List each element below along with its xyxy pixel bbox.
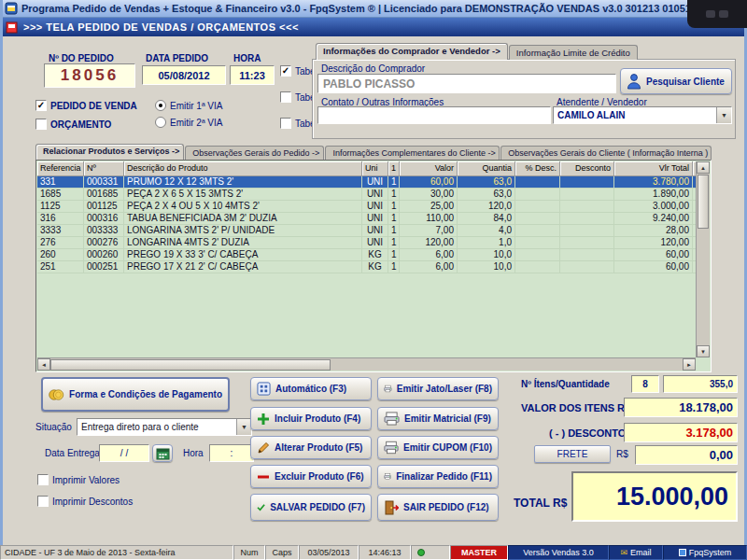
finalizar-pedido-button[interactable]: Finalizar Pedido (F11)	[377, 465, 499, 488]
tab-observacoes-pedido[interactable]: Observações Gerais do Pedido ->	[185, 146, 324, 160]
excluir-produto-button[interactable]: Excluir Produto (F6)	[250, 465, 372, 488]
tab-relacionar-produtos[interactable]: Relacionar Produtos e Serviços ->	[35, 144, 184, 160]
salvar-pedido-button[interactable]: SALVAR PEDIDO (F7)	[250, 494, 372, 521]
button-label: Emitir Jato/Laser (F8)	[397, 384, 492, 394]
table-cell: 1,0	[458, 237, 515, 248]
table-cell: 1	[388, 237, 400, 248]
grid-header-cell: Desconto	[560, 161, 614, 176]
button-label: Automático (F3)	[275, 384, 346, 394]
overlay-widget[interactable]	[687, 0, 747, 28]
imprimir-descontos-checkbox[interactable]: Imprimir Descontos	[37, 496, 133, 507]
scroll-right-icon[interactable]: ►	[683, 358, 696, 371]
scroll-left-icon[interactable]: ◄	[37, 358, 50, 371]
automatico-button[interactable]: Automático (F3)	[250, 377, 372, 400]
pedido-venda-checkbox[interactable]: ✓ PEDIDO DE VENDA	[35, 100, 137, 111]
data-entrega-field[interactable]: / /	[99, 444, 149, 462]
table-row[interactable]: 276000276LONGARINA 4MTS 2' DUZIAUNI1120,…	[37, 237, 696, 249]
frete-field[interactable]: 0,00	[635, 445, 738, 465]
table-cell: 6,00	[400, 261, 458, 273]
tab-comprador-vendedor[interactable]: Informações do Comprador e Vendedor ->	[316, 43, 508, 60]
quantidade-field: 355,0	[663, 375, 738, 393]
pesquisar-cliente-button[interactable]: Pesquisar Cliente	[620, 68, 732, 94]
table-row[interactable]: 316000316TABUA BENEFICIADA 3M 2' DUZIAUN…	[37, 213, 696, 225]
grid-header-cell: Uni	[362, 161, 388, 176]
frete-button[interactable]: FRETE	[534, 445, 611, 463]
order-date-value: 05/08/2012	[158, 70, 209, 81]
scroll-up-icon[interactable]: ▲	[697, 161, 710, 174]
tab-limite-credito[interactable]: Informação Limite de Crédito	[509, 45, 638, 60]
table-cell	[515, 225, 560, 236]
table-cell	[515, 201, 560, 212]
button-label: FRETE	[557, 449, 588, 459]
products-grid: ReferenciaNºDescrição do ProdutoUni1Valo…	[35, 160, 712, 372]
status-email[interactable]: ✉Email	[609, 545, 663, 560]
table-cell: 260	[37, 249, 84, 260]
vertical-scrollbar[interactable]: ▲ ▼	[696, 161, 710, 357]
situacao-dropdown[interactable]: Entrega direto para o cliente ▼	[77, 418, 252, 436]
table-cell: 4,0	[458, 225, 515, 236]
grid-header-cell: Descrição do Produto	[124, 161, 362, 176]
table-cell: 28,00	[614, 225, 693, 236]
printer-icon	[384, 441, 399, 455]
table-cell: 3.780,00	[614, 176, 693, 188]
descricao-comprador-field[interactable]: PABLO PICASSO	[317, 74, 616, 93]
table-row[interactable]: 1685001685PEÇA 2 X 6 5 X 15 3MTS 2'UNI13…	[37, 189, 696, 201]
quantidade-value: 355,0	[710, 379, 733, 389]
table-cell: 10,0	[458, 249, 515, 260]
vertical-scroll-thumb[interactable]	[698, 175, 709, 229]
sair-pedido-button[interactable]: SAIR PEDIDO (F12)	[377, 494, 499, 521]
table-row[interactable]: 1125001125PEÇA 2 X 4 OU 5 X 10 4MTS 2'UN…	[37, 201, 696, 213]
chevron-down-icon[interactable]: ▼	[716, 107, 731, 123]
forma-pagamento-button[interactable]: Forma e Condições de Pagamento	[41, 377, 230, 412]
grid-body: 331000331PRUMO 12 X 12 3MTS 2'UNI160,006…	[37, 176, 696, 357]
table-cell: 63,0	[458, 189, 515, 200]
table-row[interactable]: 3333003333LONGARINA 3MTS 2' P/ UNIDADEUN…	[37, 225, 696, 237]
calendar-button[interactable]	[152, 444, 173, 462]
total-field: 15.000,00	[571, 471, 738, 522]
orcamento-checkbox[interactable]: ORÇAMENTO	[35, 119, 111, 130]
button-label: SALVAR PEDIDO (F7)	[270, 502, 365, 512]
status-time: 14:46:13	[359, 545, 411, 560]
table-cell	[560, 189, 614, 200]
grid-header-cell: Nº	[84, 161, 124, 176]
email-icon: ✉	[620, 548, 627, 557]
table-row[interactable]: 260000260PREGO 19 X 33 3' C/ CABEÇAKG16,…	[37, 249, 696, 261]
emitir-cupom-button[interactable]: Emitir CUPOM (F10)	[377, 436, 499, 459]
data-entrega-value: / /	[120, 448, 128, 458]
window-titlebar: Programa Pedido de Vendas + Estoque & Fi…	[0, 0, 747, 18]
hora-entrega-field[interactable]: :	[209, 444, 254, 462]
scroll-down-icon[interactable]: ▼	[697, 345, 710, 357]
tab-informacoes-complementares[interactable]: Informações Complementares do Cliente ->	[325, 146, 500, 160]
horizontal-scroll-thumb[interactable]	[50, 359, 331, 371]
table-cell: 000331	[84, 176, 124, 188]
table-cell: 1	[388, 249, 400, 260]
table-row[interactable]: 331000331PRUMO 12 X 12 3MTS 2'UNI160,006…	[37, 176, 696, 189]
radio-circle	[155, 100, 166, 111]
emitir-jato-laser-button[interactable]: Emitir Jato/Laser (F8)	[377, 377, 499, 400]
imprimir-valores-checkbox[interactable]: Imprimir Valores	[37, 474, 120, 485]
horizontal-scrollbar[interactable]: ◄ ►	[37, 357, 696, 371]
descricao-comprador-value: PABLO PICASSO	[318, 77, 419, 91]
grid-header-row: ReferenciaNºDescrição do ProdutoUni1Valo…	[37, 161, 696, 176]
status-num-lock: Num	[233, 545, 265, 560]
overlay-button[interactable]	[706, 10, 715, 18]
emitir-matricial-button[interactable]: Emitir Matricial (F9)	[377, 407, 499, 430]
alterar-produto-button[interactable]: Alterar Produto (F5)	[250, 436, 372, 459]
desconto-value: 3.178,00	[685, 426, 733, 440]
emitir-2via-radio[interactable]: Emitir 2ª VIA	[155, 117, 223, 128]
table-cell: 10,0	[458, 261, 515, 273]
tab-observacoes-cliente[interactable]: Observações Gerais do Cliente ( Informaç…	[500, 146, 712, 160]
table-cell	[560, 176, 614, 188]
calendar-icon	[156, 447, 170, 460]
status-brand[interactable]: FpqSystem	[663, 545, 747, 560]
table-cell: 1	[388, 201, 400, 212]
table-row[interactable]: 251000251PREGO 17 X 21 2' C/ CABEÇAKG16,…	[37, 261, 696, 273]
chevron-down-icon[interactable]: ▼	[236, 419, 251, 435]
table-cell: 3333	[37, 225, 84, 236]
order-time-value: 11:23	[239, 70, 265, 81]
atendente-dropdown[interactable]: CAMILO ALAIN ▼	[553, 106, 732, 124]
overlay-button[interactable]	[719, 10, 728, 18]
incluir-produto-button[interactable]: Incluir Produto (F4)	[250, 407, 372, 430]
emitir-1via-radio[interactable]: Emitir 1ª VIA	[155, 100, 223, 111]
contato-input[interactable]	[317, 106, 551, 124]
